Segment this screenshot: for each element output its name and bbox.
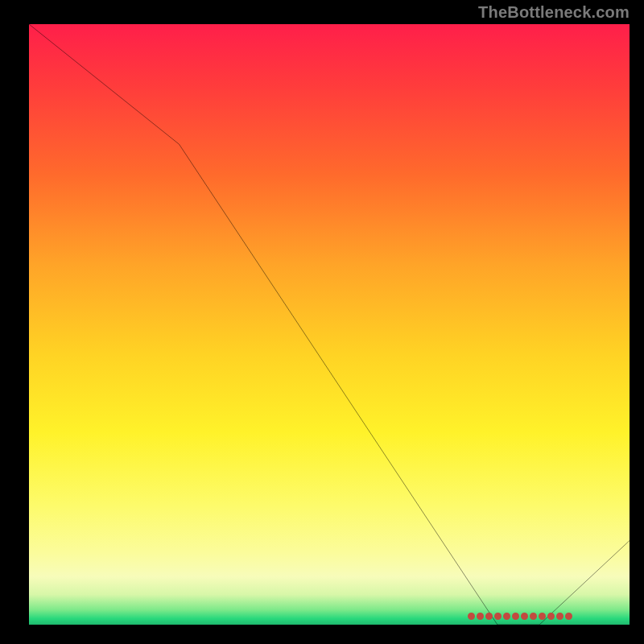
optimal-marker-dot [485, 613, 493, 620]
optimal-marker-dot [477, 613, 484, 620]
optimal-marker-dot [547, 613, 555, 620]
optimal-marker-dot [468, 613, 475, 620]
optimal-marker-dot [530, 613, 537, 620]
attribution-text: TheBottleneck.com [478, 3, 630, 22]
optimal-marker-dot [539, 613, 546, 620]
curve-path [29, 24, 630, 625]
chart-container: TheBottleneck.com [0, 0, 644, 644]
plot-area [29, 24, 630, 625]
optimal-range-markers [468, 613, 572, 620]
optimal-marker-dot [556, 613, 564, 620]
optimal-marker-dot [521, 613, 528, 620]
optimal-marker-dot [494, 613, 502, 620]
bottleneck-curve [29, 24, 630, 625]
optimal-marker-dot [565, 613, 572, 620]
optimal-marker-dot [503, 613, 510, 620]
optimal-marker-dot [512, 613, 519, 620]
